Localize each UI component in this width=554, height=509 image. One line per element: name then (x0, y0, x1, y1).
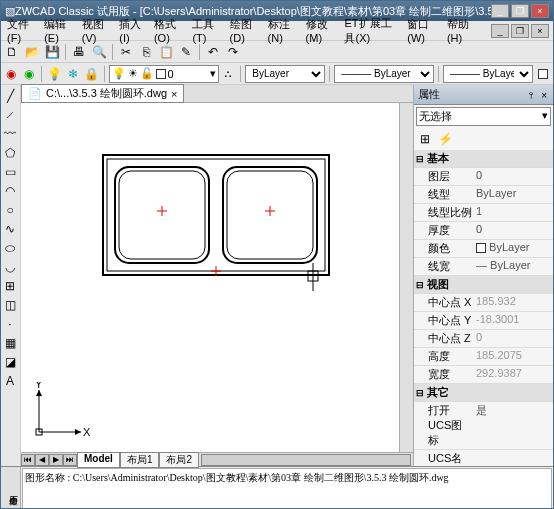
layout-tabs-bar: ⏮ ◀ ▶ ⏭ Model 布局1 布局2 (21, 452, 413, 466)
menu-file[interactable]: 文件(F) (5, 17, 34, 44)
props-tool2-icon[interactable]: ⚡ (436, 130, 454, 148)
paste-icon[interactable]: 📋 (157, 43, 175, 61)
selection-dropdown[interactable]: 无选择▾ (416, 107, 551, 126)
drawing-content (101, 153, 331, 293)
freeze-icon[interactable]: ❄ (65, 65, 81, 83)
minimize-button[interactable]: _ (491, 4, 509, 18)
menu-modify[interactable]: 修改(M) (304, 17, 335, 44)
bulb-icon[interactable]: 💡 (46, 65, 63, 83)
undo-icon[interactable]: ↶ (204, 43, 222, 61)
prop-category[interactable]: 基本 (414, 150, 553, 168)
spline-icon[interactable]: ∿ (1, 220, 19, 238)
lock-icon[interactable]: 🔒 (83, 65, 100, 83)
prop-row[interactable]: 颜色 ByLayer (414, 240, 553, 258)
tab-nav-first[interactable]: ⏮ (21, 454, 35, 466)
color-select[interactable]: ByLayer (245, 65, 325, 83)
open-icon[interactable]: 📂 (23, 43, 41, 61)
menu-insert[interactable]: 插入(I) (117, 17, 144, 44)
props-close-icon[interactable]: × (539, 90, 549, 101)
tab-nav-prev[interactable]: ◀ (35, 454, 49, 466)
props-pin-icon[interactable]: ⫯ (527, 90, 536, 101)
layer-mgr-icon[interactable]: ◉ (3, 65, 19, 83)
save-icon[interactable]: 💾 (43, 43, 61, 61)
copy-icon[interactable]: ⎘ (137, 43, 155, 61)
menu-window[interactable]: 窗口(W) (405, 17, 437, 44)
prop-row[interactable]: 宽度292.9387 (414, 366, 553, 384)
prop-row[interactable]: 厚度0 (414, 222, 553, 240)
menu-format[interactable]: 格式(O) (152, 17, 182, 44)
prop-row[interactable]: 打开UCS图标是 (414, 402, 553, 450)
new-icon[interactable]: 🗋 (3, 43, 21, 61)
scrollbar-vertical[interactable] (399, 103, 413, 452)
prop-row[interactable]: 中心点 Y-18.3001 (414, 312, 553, 330)
prop-row[interactable]: UCS名称 (414, 450, 553, 466)
line-icon[interactable]: ╱ (1, 87, 19, 105)
tab-nav-last[interactable]: ⏭ (63, 454, 77, 466)
xline-icon[interactable]: ⟋ (1, 106, 19, 124)
props-tool1-icon[interactable]: ⊞ (416, 130, 434, 148)
tab-nav-next[interactable]: ▶ (49, 454, 63, 466)
ellipse-icon[interactable]: ⬭ (1, 239, 19, 257)
prop-row[interactable]: 线型ByLayer (414, 186, 553, 204)
ellipse-arc-icon[interactable]: ◡ (1, 258, 19, 276)
menu-dim[interactable]: 标注(N) (266, 17, 296, 44)
menu-edit[interactable]: 编辑(E) (42, 17, 72, 44)
circle-icon[interactable]: ○ (1, 201, 19, 219)
doc-tab-active[interactable]: 📄 C:\...\3.5.3 绘制圆环.dwg × (21, 84, 184, 103)
prop-row[interactable]: 高度185.2075 (414, 348, 553, 366)
svg-marker-15 (75, 429, 81, 435)
linetype-select[interactable]: ——— ByLayer (334, 65, 434, 83)
arc-icon[interactable]: ◠ (1, 182, 19, 200)
document-tabs: 📄 C:\...\3.5.3 绘制圆环.dwg × (21, 85, 413, 103)
menu-draw[interactable]: 绘图(D) (228, 17, 258, 44)
command-area: 命令历史 图形名称 : C:\Users\Administrator\Deskt… (1, 466, 553, 509)
menu-view[interactable]: 视图(V) (80, 17, 110, 44)
layer-select[interactable]: 💡☀🔓0▾ (109, 65, 219, 83)
pline-icon[interactable]: 〰 (1, 125, 19, 143)
text-icon[interactable]: A (1, 372, 19, 390)
prop-row[interactable]: 线型比例1 (414, 204, 553, 222)
draw-toolbar: ╱ ⟋ 〰 ⬠ ▭ ◠ ○ ∿ ⬭ ◡ ⊞ ◫ · ▦ ◪ A (1, 85, 21, 466)
doc-close-button[interactable]: × (531, 24, 549, 38)
menu-et[interactable]: ET扩展工具(X) (342, 16, 397, 46)
tab-layout1[interactable]: 布局1 (120, 452, 160, 468)
drawing-canvas[interactable]: X Y (21, 103, 399, 452)
doc-close-icon[interactable]: × (171, 88, 177, 100)
region-icon[interactable]: ◪ (1, 353, 19, 371)
prop-category[interactable]: 其它 (414, 384, 553, 402)
rect-icon[interactable]: ▭ (1, 163, 19, 181)
redo-icon[interactable]: ↷ (224, 43, 242, 61)
preview-icon[interactable]: 🔍 (90, 43, 108, 61)
prop-row[interactable]: 图层0 (414, 168, 553, 186)
svg-rect-0 (103, 155, 329, 275)
block-icon[interactable]: ◫ (1, 296, 19, 314)
menu-help[interactable]: 帮助(H) (445, 17, 475, 44)
prop-row[interactable]: 线宽— ByLayer (414, 258, 553, 276)
doc-minimize-button[interactable]: _ (491, 24, 509, 38)
scrollbar-horizontal[interactable] (201, 454, 411, 466)
prop-row[interactable]: 中心点 X185.932 (414, 294, 553, 312)
toolbar-standard: 🗋 📂 💾 🖶 🔍 ✂ ⎘ 📋 ✎ ↶ ↷ (1, 41, 553, 63)
lineweight-select[interactable]: ——— ByLayer (443, 65, 533, 83)
close-button[interactable]: × (531, 4, 549, 18)
cut-icon[interactable]: ✂ (117, 43, 135, 61)
point-icon[interactable]: · (1, 315, 19, 333)
hatch-icon[interactable]: ▦ (1, 334, 19, 352)
tab-layout2[interactable]: 布局2 (159, 452, 199, 468)
menu-tools[interactable]: 工具(T) (190, 17, 219, 44)
doc-restore-button[interactable]: ❐ (511, 24, 529, 38)
svg-rect-1 (107, 159, 325, 271)
layer-filter-icon[interactable]: ◉ (21, 65, 37, 83)
match-icon[interactable]: ✎ (177, 43, 195, 61)
toolbar-layers: ◉ ◉ 💡 ❄ 🔒 💡☀🔓0▾ ⛬ ByLayer ——— ByLayer ——… (1, 63, 553, 85)
color-sw-icon[interactable] (535, 65, 551, 83)
print-icon[interactable]: 🖶 (70, 43, 88, 61)
command-history[interactable]: 图形名称 : C:\Users\Administrator\Desktop\图文… (22, 468, 552, 509)
prop-row[interactable]: 中心点 Z0 (414, 330, 553, 348)
maximize-button[interactable]: ❐ (511, 4, 529, 18)
prop-category[interactable]: 视图 (414, 276, 553, 294)
insert-icon[interactable]: ⊞ (1, 277, 19, 295)
layer-tool-icon[interactable]: ⛬ (221, 65, 237, 83)
polygon-icon[interactable]: ⬠ (1, 144, 19, 162)
tab-model[interactable]: Model (77, 452, 120, 468)
